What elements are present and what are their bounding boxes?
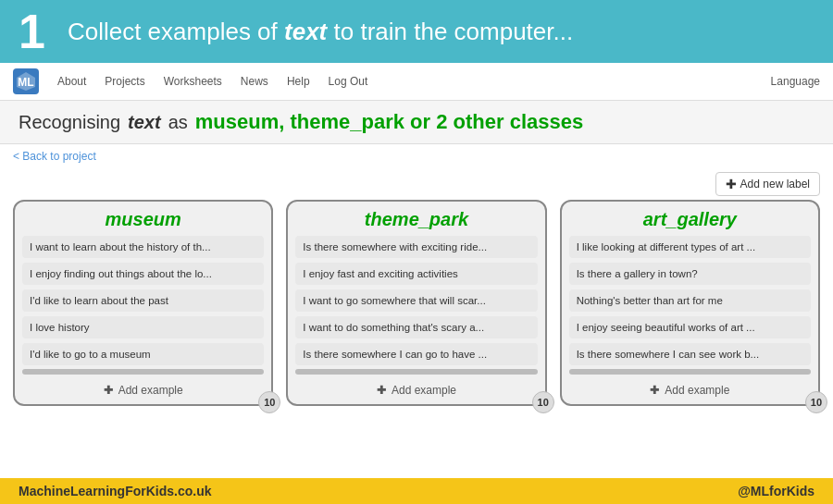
column-theme_park: theme_parkIs there somewhere with exciti… [286, 200, 546, 406]
subtitle-text-label: text [128, 112, 161, 133]
list-item[interactable]: I'd like to go to a museum [22, 343, 264, 365]
column-art_gallery: art_galleryI like looking at different t… [560, 200, 820, 406]
step-number: 1 [19, 7, 45, 55]
list-item[interactable]: I want to go somewhere that will scar... [295, 289, 537, 312]
add-example-label: Add example [392, 384, 456, 397]
plus-icon: ✚ [377, 384, 386, 397]
list-item[interactable]: I want to learn about the history of th.… [22, 236, 264, 258]
count-badge: 10 [258, 391, 280, 413]
example-list-museum: I want to learn about the history of th.… [22, 236, 264, 365]
header-banner: 1 Collect examples of text to train the … [0, 0, 833, 63]
scrollbar[interactable] [22, 369, 264, 375]
column-header-art_gallery: art_gallery [569, 209, 811, 230]
add-label-area: ✚ Add new label [0, 168, 833, 200]
add-example-label: Add example [665, 384, 729, 397]
subtitle-bar: Recognising text as museum, theme_park o… [0, 101, 833, 144]
navbar: ML About Projects Worksheets News Help L… [0, 63, 833, 101]
list-item[interactable]: I want to do something that's scary a... [295, 316, 537, 338]
count-badge: 10 [532, 391, 554, 413]
example-list-theme_park: Is there somewhere with exciting ride...… [295, 236, 537, 365]
scrollbar[interactable] [295, 369, 537, 375]
column-museum: museumI want to learn about the history … [13, 200, 273, 406]
header-title: Collect examples of text to train the co… [68, 18, 573, 46]
header-title-after: to train the computer... [327, 18, 573, 45]
list-item[interactable]: I'd like to learn about the past [22, 289, 264, 312]
footer-left: MachineLearningForKids.co.uk [19, 484, 211, 498]
add-label-text: Add new label [740, 178, 810, 191]
header-title-before: Collect examples of [68, 18, 284, 45]
svg-text:ML: ML [18, 76, 33, 89]
add-example-button-theme_park[interactable]: ✚Add example [295, 384, 537, 397]
plus-icon: ✚ [650, 384, 659, 397]
list-item[interactable]: I love history [22, 316, 264, 338]
list-item[interactable]: I enjoy finding out things about the lo.… [22, 263, 264, 285]
header-text-bold: text [284, 18, 327, 45]
example-list-art_gallery: I like looking at different types of art… [569, 236, 811, 365]
subtitle-middle: as [168, 112, 188, 133]
add-example-label: Add example [118, 384, 183, 397]
list-item[interactable]: Is there somewhere with exciting ride... [295, 236, 537, 258]
list-item[interactable]: I enjoy seeing beautiful works of art ..… [569, 316, 811, 338]
nav-worksheets[interactable]: Worksheets [156, 71, 230, 92]
nav-help[interactable]: Help [280, 71, 317, 92]
scrollbar[interactable] [569, 369, 811, 375]
add-example-button-art_gallery[interactable]: ✚Add example [569, 384, 811, 397]
subtitle-prefix: Recognising [19, 112, 120, 133]
add-example-button-museum[interactable]: ✚Add example [22, 384, 264, 397]
plus-icon: ✚ [104, 384, 113, 397]
back-link[interactable]: < Back to project [0, 144, 833, 168]
list-item[interactable]: Is there somewhere I can go to have ... [295, 343, 537, 365]
count-badge: 10 [805, 391, 827, 413]
nav-logout[interactable]: Log Out [321, 71, 376, 92]
list-item[interactable]: Is there somewhere I can see work b... [569, 343, 811, 365]
add-label-button[interactable]: ✚ Add new label [715, 172, 820, 196]
logo-icon: ML [13, 68, 39, 94]
footer: MachineLearningForKids.co.uk @MLforKids [0, 478, 833, 504]
list-item[interactable]: I like looking at different types of art… [569, 236, 811, 258]
nav-about[interactable]: About [50, 71, 93, 92]
subtitle-classes: museum, theme_park or 2 other classes [195, 110, 583, 134]
nav-projects[interactable]: Projects [97, 71, 152, 92]
column-header-museum: museum [22, 209, 264, 230]
nav-language[interactable]: Language [771, 75, 820, 88]
columns-area: museumI want to learn about the history … [0, 200, 833, 413]
footer-right: @MLforKids [738, 484, 814, 498]
nav-news[interactable]: News [233, 71, 276, 92]
list-item[interactable]: Nothing's better than art for me [569, 289, 811, 312]
list-item[interactable]: Is there a gallery in town? [569, 263, 811, 285]
column-header-theme_park: theme_park [295, 209, 537, 230]
list-item[interactable]: I enjoy fast and exciting activities [295, 263, 537, 285]
plus-icon: ✚ [726, 177, 737, 191]
